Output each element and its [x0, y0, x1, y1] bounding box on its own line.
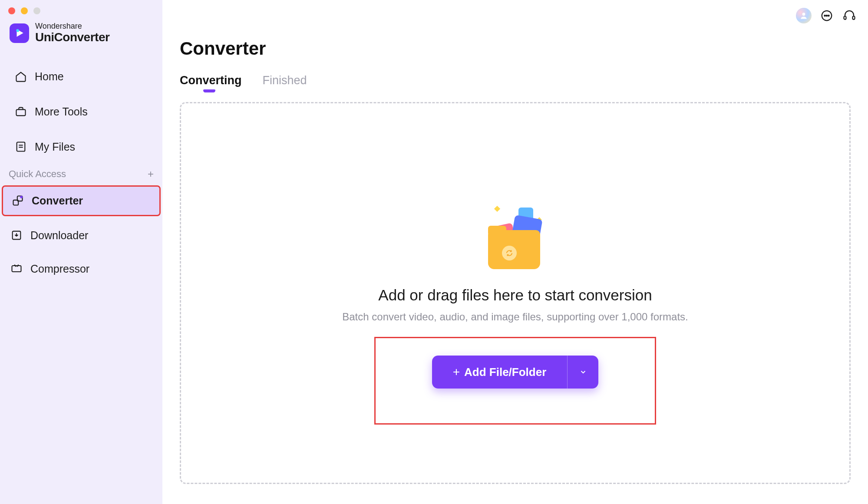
sidebar-item-converter-label: Converter	[32, 194, 83, 207]
brand: Wondershare UniConverter	[0, 14, 162, 44]
user-avatar[interactable]	[796, 8, 812, 23]
tab-converting[interactable]: Converting	[180, 74, 242, 92]
page-title: Converter	[180, 38, 851, 59]
primary-nav: Home More Tools My Files	[0, 63, 162, 161]
sidebar-item-converter[interactable]: Converter	[2, 185, 161, 216]
add-file-button-group: + Add File/Folder	[432, 356, 599, 389]
sidebar-item-downloader[interactable]: Downloader	[2, 221, 161, 250]
close-window-button[interactable]	[8, 7, 15, 14]
svg-point-0	[16, 30, 19, 33]
add-file-dropdown-button[interactable]	[567, 356, 598, 389]
tab-finished[interactable]: Finished	[263, 74, 307, 92]
sidebar-item-downloader-label: Downloader	[30, 229, 88, 242]
svg-rect-16	[853, 16, 855, 20]
sidebar-item-compressor[interactable]: Compressor	[2, 255, 161, 283]
add-quick-access-button[interactable]: +	[148, 168, 154, 180]
svg-point-14	[828, 15, 829, 16]
chevron-down-icon	[579, 368, 587, 376]
maximize-window-button[interactable]	[33, 7, 40, 14]
dropzone-title: Add or drag files here to start conversi…	[378, 287, 652, 304]
quick-access-label: Quick Access	[9, 168, 66, 180]
window-controls	[0, 0, 162, 14]
brand-top: Wondershare	[35, 22, 109, 31]
nav-my-files-label: My Files	[35, 141, 75, 153]
svg-point-10	[802, 13, 805, 16]
add-file-button-label: Add File/Folder	[464, 366, 546, 379]
tabs: Converting Finished	[180, 74, 851, 92]
main-content: Converter Converting Finished Add or dra…	[162, 0, 868, 504]
sidebar: Wondershare UniConverter Home More Tools…	[0, 0, 162, 504]
dropzone-illustration	[479, 199, 552, 273]
sidebar-item-compressor-label: Compressor	[30, 263, 89, 275]
nav-more-tools[interactable]: More Tools	[6, 98, 156, 126]
nav-home[interactable]: Home	[6, 63, 156, 91]
compressor-icon	[10, 263, 23, 275]
nav-more-tools-label: More Tools	[35, 105, 88, 118]
brand-bottom: UniConverter	[35, 31, 109, 44]
support-icon[interactable]	[842, 8, 857, 23]
svg-rect-1	[17, 109, 26, 115]
home-icon	[15, 70, 27, 82]
svg-rect-15	[844, 16, 846, 20]
files-icon	[15, 141, 27, 153]
feedback-icon[interactable]	[819, 8, 834, 23]
nav-my-files[interactable]: My Files	[6, 133, 156, 161]
svg-point-13	[826, 15, 828, 16]
quick-access-header: Quick Access +	[0, 168, 162, 180]
converter-icon	[12, 194, 24, 207]
topbar	[796, 8, 857, 23]
dropzone-subtitle: Batch convert video, audio, and image fi…	[342, 311, 688, 323]
svg-rect-9	[12, 266, 21, 272]
dropzone[interactable]: Add or drag files here to start conversi…	[180, 102, 851, 484]
toolbox-icon	[15, 105, 27, 118]
nav-home-label: Home	[35, 70, 64, 83]
minimize-window-button[interactable]	[21, 7, 28, 14]
app-logo-icon	[10, 23, 29, 43]
svg-point-12	[824, 15, 825, 16]
svg-rect-2	[17, 142, 25, 152]
downloader-icon	[10, 229, 23, 241]
svg-point-7	[20, 196, 23, 198]
plus-icon: +	[453, 365, 460, 379]
cta-highlight-box: + Add File/Folder	[374, 337, 657, 425]
add-file-button[interactable]: + Add File/Folder	[432, 356, 568, 389]
